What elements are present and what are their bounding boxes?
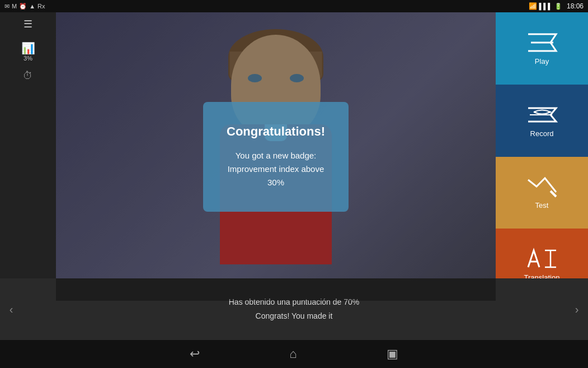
record-button[interactable]: Record	[496, 85, 588, 157]
subtitle-line2: Congrats! You made it	[22, 309, 566, 323]
modal-overlay: Congratulations! You got a new badge: Im…	[56, 12, 496, 301]
gmail-icon: M	[12, 3, 17, 10]
wifi-icon: 📶	[529, 2, 537, 10]
clock-display: 18:06	[567, 2, 584, 10]
play-icon	[525, 31, 559, 54]
modal-body: You got a new badge: Improvement index a…	[220, 149, 332, 189]
rx-icon: Rx	[37, 3, 45, 10]
menu-button[interactable]: ☰	[23, 18, 32, 30]
record-icon	[525, 104, 559, 126]
signal-icon: ▌▌▌	[539, 3, 552, 10]
bar-chart-icon: 📊	[21, 41, 35, 55]
alarm-icon: ⏰	[19, 3, 27, 10]
prev-button[interactable]: ‹	[0, 278, 22, 340]
status-icons-left: ✉ M ⏰ ▲ Rx	[4, 3, 45, 10]
modal-line2: Improvement index above 30%	[220, 162, 332, 189]
modal-line1: You got a new badge:	[220, 149, 332, 162]
play-label: Play	[535, 57, 549, 66]
congratulations-modal: Congratulations! You got a new badge: Im…	[203, 102, 349, 212]
status-bar: ✉ M ⏰ ▲ Rx 📶 ▌▌▌ 🔋 18:06	[0, 0, 588, 12]
modal-title: Congratulations!	[220, 124, 332, 139]
clock-icon: ⏱	[23, 70, 33, 82]
next-button[interactable]: ›	[566, 278, 588, 340]
home-button[interactable]: ⌂	[289, 347, 297, 361]
right-sidebar: Play Record Test Translation	[496, 12, 588, 301]
battery-icon: 🔋	[554, 3, 562, 10]
play-button[interactable]: Play	[496, 12, 588, 85]
stats-widget: 📊 3%	[21, 41, 35, 62]
test-label: Test	[535, 201, 549, 209]
bottom-navigation: ↩ ⌂ ▣	[0, 340, 588, 368]
translation-icon	[525, 248, 559, 270]
test-button[interactable]: Test	[496, 157, 588, 229]
test-icon	[525, 175, 559, 198]
recent-button[interactable]: ▣	[387, 347, 398, 361]
stats-value: 3%	[23, 55, 32, 62]
status-icons-right: 📶 ▌▌▌ 🔋 18:06	[529, 2, 584, 10]
back-button[interactable]: ↩	[190, 347, 200, 361]
warning-icon: ▲	[29, 3, 35, 10]
email-icon: ✉	[4, 3, 10, 10]
record-label: Record	[530, 129, 554, 138]
